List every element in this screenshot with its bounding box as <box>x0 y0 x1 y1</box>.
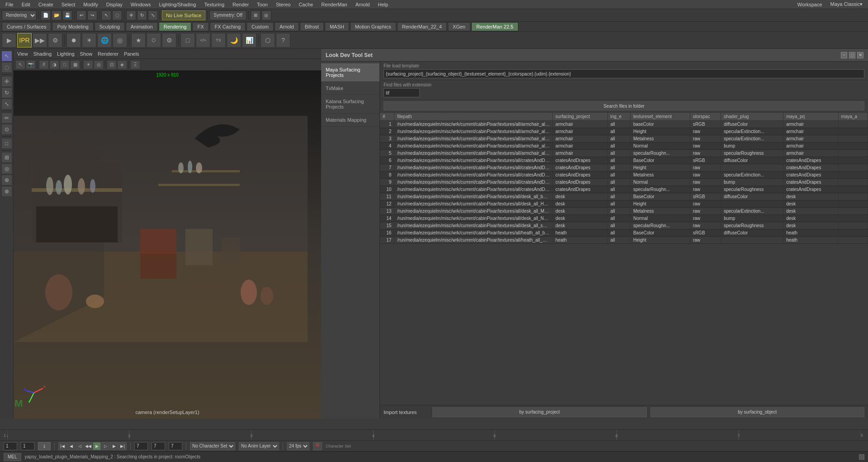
table-row[interactable]: 9/run/media/ezequielm/misc/wrk/current/c… <box>380 179 868 186</box>
fps-selector[interactable]: 24 fps <box>287 442 309 450</box>
table-row[interactable]: 2/run/media/ezequielm/misc/wrk/current/c… <box>380 128 868 135</box>
vp-camera-btn[interactable]: 📷 <box>26 60 36 69</box>
tab-renderman-22-4[interactable]: RenderMan_22_4 <box>397 22 447 31</box>
texture-table-wrapper[interactable]: # filepath surfacing_project ing_e textu… <box>380 113 868 405</box>
select-tool-btn[interactable]: ↖ <box>101 10 111 20</box>
lookdev-close-btn[interactable]: ✕ <box>857 52 863 58</box>
scale-tool-btn[interactable]: ⤡ <box>148 10 158 20</box>
table-row[interactable]: 8/run/media/ezequielm/misc/wrk/current/c… <box>380 171 868 179</box>
symmetry-btn[interactable]: Symmetry: Off <box>209 10 247 20</box>
rotate-mode-btn[interactable]: ↻ <box>1 87 12 98</box>
plugin-btn1[interactable]: ⬡ <box>261 33 275 48</box>
play-backward-btn[interactable]: ◀◀ <box>84 442 92 450</box>
graph-btn[interactable]: 📊 <box>242 33 256 48</box>
tab-xgen[interactable]: XGen <box>448 22 470 31</box>
snap-surface-tool-btn[interactable]: ⊗ <box>1 186 12 197</box>
tab-mash[interactable]: MASH <box>325 22 349 31</box>
tab-bifrost[interactable]: Bifrost <box>300 22 324 31</box>
import-by-surfacing-btn[interactable]: by surfacing_project <box>432 407 647 417</box>
vp-shading-btn[interactable]: ◑ <box>49 60 59 69</box>
menu-modify[interactable]: Modify <box>80 1 101 8</box>
prev-keyframe-btn[interactable]: ◁ <box>76 442 84 450</box>
tab-fx-caching[interactable]: FX Caching <box>210 22 246 31</box>
new-scene-btn[interactable]: 📄 <box>41 10 51 20</box>
obj-btn[interactable]: □ <box>180 33 195 48</box>
snap-curve-tool-btn[interactable]: ◎ <box>1 163 12 174</box>
viewport-canvas[interactable]: 1920 x 810 camera (renderSetupLayer1) X … <box>14 71 321 419</box>
vp-wireframe-btn[interactable]: □ <box>60 60 70 69</box>
menu-cache[interactable]: Cache <box>295 1 317 8</box>
vp-xray-btn[interactable]: ⊡ <box>107 60 117 69</box>
go-to-end-btn[interactable]: ▶| <box>119 442 127 450</box>
menu-display[interactable]: Display <box>103 1 126 8</box>
night-btn[interactable]: 🌙 <box>227 33 241 48</box>
vp-shadow-btn[interactable]: ◎ <box>94 60 104 69</box>
sidebar-materials[interactable]: Materials Mapping <box>321 114 379 127</box>
frame-end-field[interactable] <box>169 442 182 450</box>
sidebar-katana[interactable]: Katana Surfacing Projects <box>321 95 379 114</box>
scale-mode-btn[interactable]: ⤡ <box>1 99 12 110</box>
next-keyframe-btn[interactable]: ▷ <box>101 442 109 450</box>
sidebar-maya-surfacing[interactable]: Maya Surfacing Projects <box>321 63 379 82</box>
ipr-btn[interactable]: IPR <box>17 33 32 48</box>
table-row[interactable]: 4/run/media/ezequielm/misc/wrk/current/c… <box>380 143 868 150</box>
tab-arnold[interactable]: Arnold <box>275 22 299 31</box>
lookdev-minimize-btn[interactable]: − <box>841 52 847 58</box>
menu-help[interactable]: Help <box>374 1 392 8</box>
menu-renderman[interactable]: RenderMan <box>318 1 351 8</box>
play-forward-btn[interactable]: ▶ <box>93 442 101 450</box>
table-row[interactable]: 5/run/media/ezequielm/misc/wrk/current/c… <box>380 150 868 157</box>
character-set-selector[interactable]: No Character Set <box>190 442 235 450</box>
menu-toon[interactable]: Toon <box>253 1 271 8</box>
tab-fx[interactable]: FX <box>192 22 209 31</box>
menu-lighting-shading[interactable]: Lighting/Shading <box>155 1 199 8</box>
col-header-ing[interactable]: ing_e <box>607 113 630 121</box>
vp-select-btn[interactable]: ↖ <box>15 60 25 69</box>
render-sequence-btn[interactable]: ▶▶ <box>33 33 47 48</box>
sculpt-btn[interactable]: ⊙ <box>1 124 12 135</box>
table-row[interactable]: 14/run/media/ezequielm/misc/wrk/current/… <box>380 215 868 222</box>
workspace-selector[interactable]: Maya Classic▾ <box>827 0 866 8</box>
open-scene-btn[interactable]: 📂 <box>52 10 62 20</box>
table-row[interactable]: 13/run/media/ezequielm/misc/wrk/current/… <box>380 208 868 215</box>
vp-grid-btn[interactable]: # <box>39 60 49 69</box>
col-header-filepath[interactable]: filepath <box>394 113 553 121</box>
code-btn[interactable]: </> <box>196 33 210 48</box>
tab-curves-surfaces[interactable]: Curves / Surfaces <box>2 22 51 31</box>
paint-btn[interactable]: ✏ <box>1 113 12 124</box>
next-frame-btn[interactable]: ▶ <box>110 442 118 450</box>
vp-menu-lighting[interactable]: Lighting <box>57 51 75 57</box>
render-current-btn[interactable]: ▶ <box>2 33 16 48</box>
menu-stereo[interactable]: Stereo <box>272 1 294 8</box>
frame-display-field[interactable] <box>134 442 148 450</box>
tab-sculpting[interactable]: Sculpting <box>95 22 125 31</box>
render-sequence-options-btn[interactable]: ⚙ <box>48 33 62 48</box>
menu-select[interactable]: Select <box>58 1 79 8</box>
col-header-shader-plug[interactable]: shader_plug <box>721 113 783 121</box>
tab-motion-graphics[interactable]: Motion Graphics <box>350 22 396 31</box>
col-header-surfacing-project[interactable]: surfacing_project <box>553 113 607 121</box>
vp-texture-btn[interactable]: ▦ <box>70 60 80 69</box>
prev-frame-btn[interactable]: ◀ <box>67 442 75 450</box>
current-frame-field[interactable] <box>21 442 34 450</box>
sidebar-txmake[interactable]: TxMake <box>321 82 379 95</box>
snap-point-tool-btn[interactable]: ⊕ <box>1 175 12 186</box>
sphere-btn[interactable]: ● <box>66 33 81 48</box>
globe-btn[interactable]: 🌐 <box>97 33 112 48</box>
vp-hud-btn[interactable]: Ξ <box>130 60 140 69</box>
table-row[interactable]: 1/run/media/ezequielm/misc/wrk/current/c… <box>380 121 868 128</box>
vp-menu-renderer[interactable]: Renderer <box>98 51 119 57</box>
search-files-btn[interactable]: Search files in folder <box>384 101 864 110</box>
file-load-template-input[interactable] <box>384 69 864 78</box>
snap-grid-btn[interactable]: ⊞ <box>251 10 261 20</box>
vp-lighting-btn[interactable]: ☀ <box>83 60 93 69</box>
table-row[interactable]: 12/run/media/ezequielm/misc/wrk/current/… <box>380 200 868 208</box>
timeline[interactable]: 1 1 2 3 4 5 6 7 5 <box>0 429 868 440</box>
star-btn[interactable]: ★ <box>131 33 146 48</box>
go-to-start-btn[interactable]: |◀ <box>58 442 66 450</box>
redo-btn[interactable]: ↪ <box>87 10 97 20</box>
lasso-mode-btn[interactable]: ◌ <box>1 62 12 73</box>
tx-btn[interactable]: TX <box>211 33 226 48</box>
snap-curve-btn[interactable]: ◎ <box>261 10 271 20</box>
col-header-colorspace[interactable]: olorspac <box>690 113 721 121</box>
